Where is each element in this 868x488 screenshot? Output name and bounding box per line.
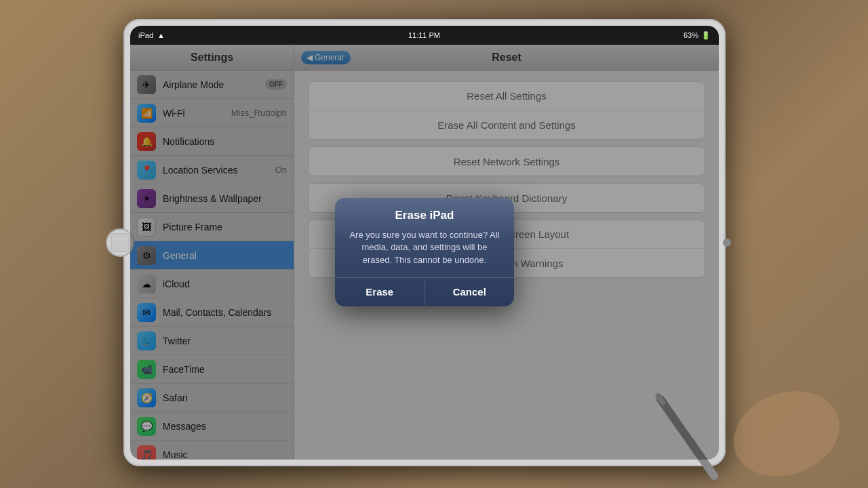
erase-confirm-label: Erase [366, 286, 393, 298]
side-indicator-dot [723, 239, 731, 247]
status-right: 63% 🔋 [684, 31, 711, 40]
dialog-title: Erase iPad [335, 198, 514, 226]
cancel-button[interactable]: Cancel [425, 278, 515, 306]
ipad-frame: iPad ▲ 11:11 PM 63% 🔋 Settings ✈ Airpl [123, 19, 726, 466]
home-button-inner [111, 233, 130, 252]
main-content: Settings ✈ Airplane Mode OFF 📶 Wi-Fi Mis… [130, 45, 719, 460]
erase-confirm-button[interactable]: Erase [335, 278, 425, 306]
battery-text: 63% [684, 31, 698, 39]
battery-icon: 🔋 [701, 31, 711, 40]
signal-icon: ▲ [157, 31, 165, 39]
dialog-message: Are you sure you want to continue? All m… [335, 226, 514, 277]
right-panel: ◀ General Reset Reset All Settings Erase… [294, 45, 719, 460]
ipad-screen: iPad ▲ 11:11 PM 63% 🔋 Settings ✈ Airpl [130, 26, 719, 460]
cancel-label: Cancel [453, 286, 486, 298]
device-name: iPad [138, 31, 153, 39]
status-bar: iPad ▲ 11:11 PM 63% 🔋 [130, 26, 719, 45]
status-time: 11:11 PM [408, 31, 440, 39]
status-left: iPad ▲ [138, 31, 165, 39]
modal-overlay: Erase iPad Are you sure you want to cont… [130, 45, 719, 460]
dialog-buttons: Erase Cancel [335, 277, 514, 306]
erase-ipad-dialog: Erase iPad Are you sure you want to cont… [335, 198, 514, 306]
